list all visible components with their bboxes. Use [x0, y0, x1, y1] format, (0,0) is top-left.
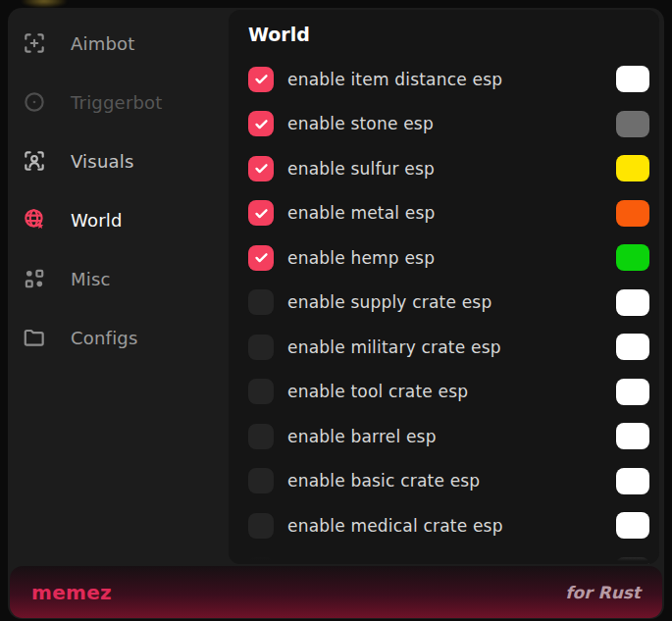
enable-stone-esp-checkbox[interactable]: [248, 111, 274, 136]
esp-row-enable-hemp-esp: enable hemp esp: [248, 235, 649, 281]
sidebar-item-label: Configs: [71, 328, 138, 348]
enable-metal-esp-checkbox[interactable]: [248, 200, 274, 226]
esp-row-enable-military-crate-esp: enable military crate esp: [248, 325, 649, 370]
brand-tagline: for Rust: [565, 583, 641, 602]
sidebar-item-label: World: [71, 210, 123, 231]
enable-military-crate-esp-color-swatch[interactable]: [616, 334, 649, 360]
esp-option-label: enable stone esp: [287, 114, 616, 133]
esp-row-enable-item-distance-esp: enable item distance esp: [248, 57, 649, 102]
esp-row-enable-metal-esp: enable metal esp: [248, 191, 649, 236]
enable-medical-crate-esp-checkbox[interactable]: [248, 513, 274, 539]
partial-checkbox[interactable]: [248, 557, 274, 564]
esp-row-enable-tool-crate-esp: enable tool crate esp: [248, 370, 649, 415]
enable-tool-crate-esp-color-swatch[interactable]: [616, 379, 649, 405]
checkmark-icon: [253, 116, 270, 132]
enable-item-distance-esp-checkbox[interactable]: [248, 67, 274, 92]
footer-bar: memez for Rust: [10, 566, 662, 618]
sidebar-item-label: Visuals: [71, 151, 134, 172]
circle-dot-icon: [22, 89, 47, 115]
checkmark-icon: [253, 249, 270, 266]
enable-supply-crate-esp-color-swatch[interactable]: [616, 289, 649, 316]
globe-star-icon: [22, 207, 47, 233]
checkmark-icon: [253, 205, 270, 222]
esp-option-label: enable medical crate esp: [287, 516, 616, 536]
sidebar-item-configs[interactable]: Configs: [8, 308, 229, 367]
checkmark-icon: [253, 71, 270, 87]
esp-row-enable-barrel-esp: enable barrel esp: [248, 414, 649, 459]
esp-option-label: enable tool crate esp: [287, 382, 616, 401]
sidebar-item-label: Triggerbot: [71, 92, 163, 113]
widgets-grid-icon: [22, 266, 47, 291]
esp-option-label: enable item distance esp: [287, 70, 616, 89]
enable-barrel-esp-color-swatch[interactable]: [616, 423, 649, 449]
enable-military-crate-esp-checkbox[interactable]: [248, 335, 274, 360]
cheat-menu-window: AimbotTriggerbotVisualsWorldMiscConfigs …: [8, 8, 664, 619]
sidebar-item-visuals[interactable]: Visuals: [8, 131, 229, 190]
sidebar-item-misc[interactable]: Misc: [8, 249, 229, 308]
enable-metal-esp-color-swatch[interactable]: [616, 200, 649, 227]
sidebar: AimbotTriggerbotVisualsWorldMiscConfigs: [8, 8, 229, 367]
esp-option-label: enable supply crate esp: [287, 292, 616, 312]
esp-option-list: enable item distance espenable stone esp…: [248, 57, 649, 564]
crosshair-scan-icon: [22, 30, 47, 56]
user-scan-icon: [22, 148, 47, 174]
enable-medical-crate-esp-color-swatch[interactable]: [616, 512, 649, 539]
enable-basic-crate-esp-checkbox[interactable]: [248, 468, 274, 493]
esp-row-partial: [248, 548, 649, 565]
sidebar-item-aimbot[interactable]: Aimbot: [8, 14, 229, 73]
enable-barrel-esp-checkbox[interactable]: [248, 424, 274, 449]
enable-hemp-esp-color-swatch[interactable]: [616, 244, 649, 271]
esp-option-label: enable sulfur esp: [287, 159, 616, 179]
partial-color-swatch[interactable]: [616, 557, 649, 564]
esp-option-label: enable barrel esp: [287, 427, 616, 446]
enable-tool-crate-esp-checkbox[interactable]: [248, 379, 274, 404]
enable-stone-esp-color-swatch[interactable]: [616, 111, 649, 137]
esp-option-label: enable basic crate esp: [287, 471, 616, 491]
background-game-glimpse: [22, 0, 67, 8]
panel-title: World: [248, 24, 649, 45]
sidebar-item-world[interactable]: World: [8, 190, 229, 249]
esp-row-enable-sulfur-esp: enable sulfur esp: [248, 146, 649, 191]
checkmark-icon: [253, 160, 270, 177]
enable-hemp-esp-checkbox[interactable]: [248, 245, 274, 271]
enable-sulfur-esp-color-swatch[interactable]: [616, 155, 649, 181]
folder-icon: [22, 325, 47, 350]
enable-supply-crate-esp-checkbox[interactable]: [248, 289, 274, 315]
world-panel: World enable item distance espenable sto…: [229, 10, 659, 564]
esp-row-enable-supply-crate-esp: enable supply crate esp: [248, 281, 649, 326]
enable-basic-crate-esp-color-swatch[interactable]: [616, 468, 649, 494]
enable-sulfur-esp-checkbox[interactable]: [248, 156, 274, 181]
screen: AimbotTriggerbotVisualsWorldMiscConfigs …: [0, 0, 672, 621]
esp-row-enable-basic-crate-esp: enable basic crate esp: [248, 459, 649, 504]
esp-option-label: enable military crate esp: [287, 337, 616, 357]
enable-item-distance-esp-color-swatch[interactable]: [616, 66, 649, 92]
brand-name: memez: [31, 581, 112, 604]
esp-row-enable-stone-esp: enable stone esp: [248, 102, 649, 147]
sidebar-item-triggerbot[interactable]: Triggerbot: [8, 73, 229, 131]
esp-option-label: enable hemp esp: [287, 248, 616, 268]
sidebar-item-label: Aimbot: [71, 33, 135, 54]
esp-row-enable-medical-crate-esp: enable medical crate esp: [248, 503, 649, 548]
esp-option-label: enable metal esp: [287, 203, 616, 223]
sidebar-item-label: Misc: [71, 269, 111, 289]
